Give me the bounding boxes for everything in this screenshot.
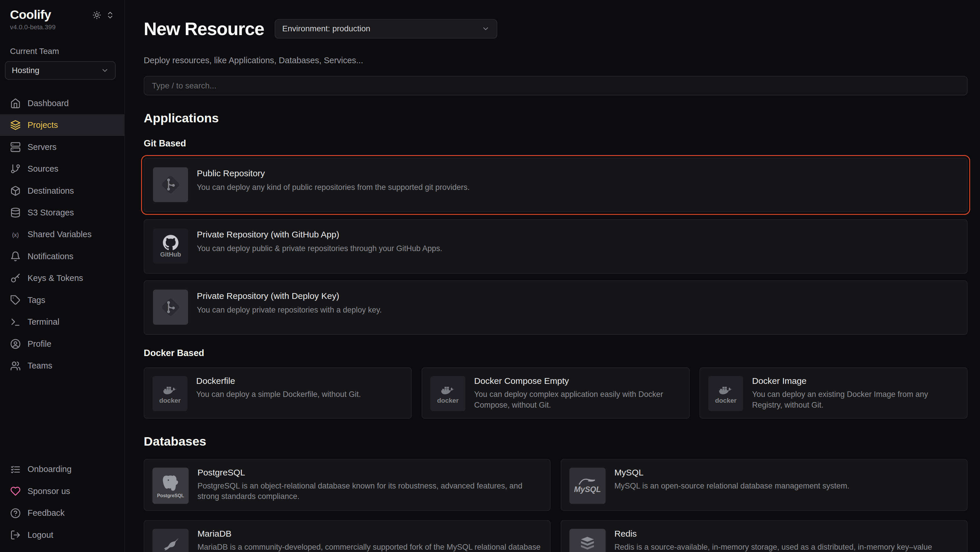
page-subtitle: Deploy resources, like Applications, Dat… <box>144 56 967 65</box>
environment-select-value: Environment: production <box>282 24 370 34</box>
card-private-repository-github-app[interactable]: GitHub Private Repository (with GitHub A… <box>144 219 967 274</box>
docker-wordmark: docker <box>159 397 181 404</box>
home-icon <box>10 98 21 109</box>
sidebar-item-label: Sources <box>27 164 59 174</box>
sidebar-item-label: Shared Variables <box>27 230 92 239</box>
card-description: MySQL is an open-source relational datab… <box>614 481 959 491</box>
sidebar-item-terminal[interactable]: Terminal <box>0 311 124 333</box>
terminal-icon <box>10 317 21 328</box>
card-title: Public Repository <box>197 168 958 178</box>
layers-icon <box>10 120 21 131</box>
card-postgresql[interactable]: PostgreSQL PostgreSQL PostgreSQL is an o… <box>144 459 550 511</box>
sidebar-item-label: Keys & Tokens <box>27 273 83 283</box>
card-redis[interactable]: redis Redis Redis is a source-available,… <box>561 520 967 552</box>
sidebar-item-label: S3 Storages <box>27 208 74 217</box>
sidebar-item-dashboard[interactable]: Dashboard <box>0 92 124 114</box>
sidebar-item-projects[interactable]: Projects <box>0 114 124 136</box>
git-icon <box>153 167 188 203</box>
card-public-repository[interactable]: Public Repository You can deploy any kin… <box>144 158 967 212</box>
key-icon <box>10 273 21 284</box>
server-icon <box>10 142 21 153</box>
sidebar-item-label: Sponsor us <box>27 487 70 496</box>
sidebar-item-label: Destinations <box>27 186 74 196</box>
card-docker-compose-empty[interactable]: docker Docker Compose Empty You can depl… <box>422 367 690 419</box>
team-select[interactable]: Hosting <box>5 61 116 80</box>
postgresql-wordmark: PostgreSQL <box>157 493 184 498</box>
sidebar-item-label: Teams <box>27 361 52 370</box>
database-icon <box>10 207 21 218</box>
sidebar-item-teams[interactable]: Teams <box>0 355 124 377</box>
card-title: Docker Image <box>752 376 959 386</box>
sidebar-item-logout[interactable]: Logout <box>0 524 124 546</box>
subsection-heading-git-based: Git Based <box>144 138 967 149</box>
card-mysql[interactable]: MySQL MySQL MySQL is an open-source rela… <box>561 459 967 511</box>
card-description: You can deploy private repositories with… <box>197 305 958 315</box>
card-description: PostgreSQL is an object-relational datab… <box>197 481 542 502</box>
chevrons-up-down-icon[interactable] <box>106 11 115 19</box>
mysql-icon: MySQL <box>570 467 606 504</box>
package-icon <box>10 185 21 196</box>
sidebar-item-label: Terminal <box>27 317 59 327</box>
sidebar-item-profile[interactable]: Profile <box>0 333 124 355</box>
git-icon <box>153 290 188 325</box>
sidebar-item-s3-storages[interactable]: S3 Storages <box>0 202 124 223</box>
app-version: v4.0.0-beta.399 <box>0 24 124 31</box>
sidebar-item-destinations[interactable]: Destinations <box>0 180 124 201</box>
git-based-cards: Public Repository You can deploy any kin… <box>144 158 967 335</box>
sidebar-item-shared-variables[interactable]: Shared Variables <box>0 223 124 245</box>
environment-select[interactable]: Environment: production <box>275 19 497 38</box>
git-branch-icon <box>10 164 21 174</box>
sidebar-item-notifications[interactable]: Notifications <box>0 246 124 267</box>
sidebar-item-label: Notifications <box>27 252 73 261</box>
current-team-label: Current Team <box>0 47 124 56</box>
sidebar-item-label: Profile <box>27 339 52 349</box>
sidebar-item-label: Tags <box>27 295 46 305</box>
card-title: Dockerfile <box>196 376 403 386</box>
docker-icon: docker <box>153 376 188 411</box>
card-title: PostgreSQL <box>197 467 542 477</box>
card-docker-image[interactable]: docker Docker Image You can deploy an ex… <box>700 367 967 419</box>
user-circle-icon <box>10 338 21 349</box>
search-input[interactable] <box>144 76 967 96</box>
sidebar-item-tags[interactable]: Tags <box>0 289 124 311</box>
sidebar-item-sources[interactable]: Sources <box>0 158 124 180</box>
sidebar-item-onboarding[interactable]: Onboarding <box>0 458 124 480</box>
github-wordmark: GitHub <box>160 251 181 258</box>
card-description: You can deploy public & private reposito… <box>197 243 958 254</box>
docker-wordmark: docker <box>437 397 459 404</box>
sidebar-item-sponsor-us[interactable]: Sponsor us <box>0 480 124 502</box>
main-content: New Resource Environment: production Dep… <box>125 0 980 552</box>
logout-icon <box>10 530 21 541</box>
postgresql-icon: PostgreSQL <box>153 467 189 504</box>
sidebar-item-servers[interactable]: Servers <box>0 136 124 158</box>
sidebar-nav: Dashboard Projects Servers Sources Desti… <box>0 92 124 377</box>
sidebar: Coolify v4.0.0-beta.399 Current Team Hos… <box>0 0 125 552</box>
section-heading-databases: Databases <box>144 434 967 448</box>
card-description: MariaDB is a community-developed, commer… <box>197 542 542 552</box>
card-description: You can deploy complex application easil… <box>474 389 681 410</box>
app-logo[interactable]: Coolify <box>10 8 51 22</box>
docker-icon: docker <box>430 376 465 411</box>
tag-icon <box>10 295 21 306</box>
sidebar-item-label: Servers <box>27 142 57 152</box>
section-heading-applications: Applications <box>144 111 967 125</box>
card-dockerfile[interactable]: docker Dockerfile You can deploy a simpl… <box>144 367 412 419</box>
app-window: Coolify v4.0.0-beta.399 Current Team Hos… <box>0 0 980 552</box>
card-title: MariaDB <box>197 529 542 539</box>
card-private-repository-deploy-key[interactable]: Private Repository (with Deploy Key) You… <box>144 280 967 335</box>
theme-toggle-sun-icon[interactable] <box>92 11 101 19</box>
users-icon <box>10 361 21 372</box>
card-title: Private Repository (with Deploy Key) <box>197 291 958 301</box>
help-circle-icon <box>10 508 21 518</box>
redis-icon: redis <box>570 529 606 552</box>
card-description: You can deploy an existing Docker Image … <box>752 389 959 410</box>
subsection-heading-docker-based: Docker Based <box>144 348 967 358</box>
github-icon: GitHub <box>153 228 188 263</box>
card-description: Redis is a source-available, in-memory s… <box>614 542 959 552</box>
sidebar-item-feedback[interactable]: Feedback <box>0 502 124 524</box>
chevron-down-icon <box>482 25 490 33</box>
sidebar-item-label: Onboarding <box>27 464 72 474</box>
variable-icon <box>10 229 21 240</box>
sidebar-item-keys-tokens[interactable]: Keys & Tokens <box>0 267 124 289</box>
card-mariadb[interactable]: MariaDB MariaDB MariaDB is a community-d… <box>144 520 550 552</box>
